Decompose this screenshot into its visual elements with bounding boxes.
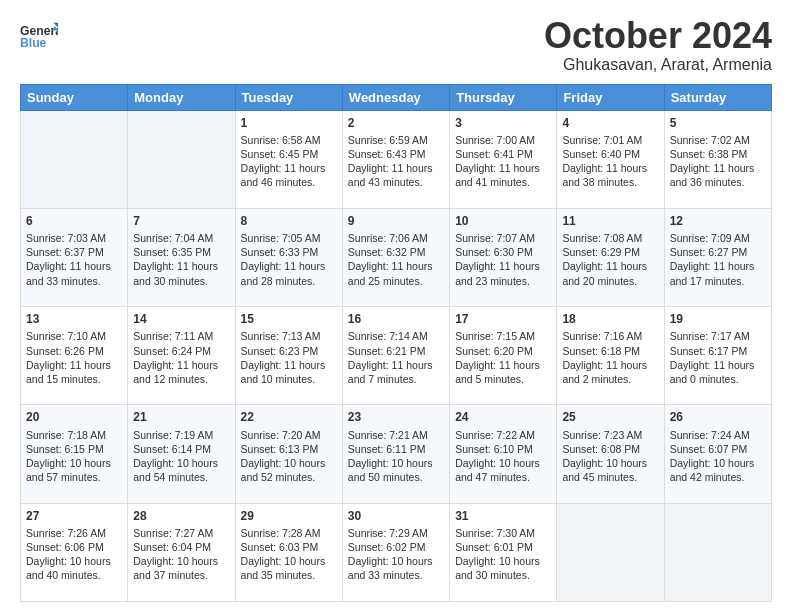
location-title: Ghukasavan, Ararat, Armenia [544, 56, 772, 74]
daylight-text: Daylight: 11 hours and 7 minutes. [348, 358, 444, 386]
calendar-cell: 6Sunrise: 7:03 AMSunset: 6:37 PMDaylight… [21, 208, 128, 306]
day-number: 15 [241, 311, 337, 327]
daylight-text: Daylight: 10 hours and 42 minutes. [670, 456, 766, 484]
calendar-cell: 15Sunrise: 7:13 AMSunset: 6:23 PMDayligh… [235, 307, 342, 405]
day-number: 11 [562, 213, 658, 229]
sunrise-text: Sunrise: 7:15 AM [455, 329, 551, 343]
calendar-cell: 18Sunrise: 7:16 AMSunset: 6:18 PMDayligh… [557, 307, 664, 405]
day-number: 2 [348, 115, 444, 131]
calendar-cell: 7Sunrise: 7:04 AMSunset: 6:35 PMDaylight… [128, 208, 235, 306]
sunset-text: Sunset: 6:02 PM [348, 540, 444, 554]
calendar-cell: 27Sunrise: 7:26 AMSunset: 6:06 PMDayligh… [21, 503, 128, 601]
calendar-cell: 9Sunrise: 7:06 AMSunset: 6:32 PMDaylight… [342, 208, 449, 306]
daylight-text: Daylight: 11 hours and 28 minutes. [241, 259, 337, 287]
calendar-header-row: SundayMondayTuesdayWednesdayThursdayFrid… [21, 84, 772, 110]
sunrise-text: Sunrise: 7:30 AM [455, 526, 551, 540]
calendar-cell: 11Sunrise: 7:08 AMSunset: 6:29 PMDayligh… [557, 208, 664, 306]
sunset-text: Sunset: 6:29 PM [562, 245, 658, 259]
sunset-text: Sunset: 6:32 PM [348, 245, 444, 259]
sunrise-text: Sunrise: 7:14 AM [348, 329, 444, 343]
sunrise-text: Sunrise: 7:05 AM [241, 231, 337, 245]
daylight-text: Daylight: 10 hours and 57 minutes. [26, 456, 122, 484]
daylight-text: Daylight: 11 hours and 5 minutes. [455, 358, 551, 386]
calendar-cell: 16Sunrise: 7:14 AMSunset: 6:21 PMDayligh… [342, 307, 449, 405]
sunrise-text: Sunrise: 7:04 AM [133, 231, 229, 245]
calendar-cell: 5Sunrise: 7:02 AMSunset: 6:38 PMDaylight… [664, 110, 771, 208]
calendar-week-row: 27Sunrise: 7:26 AMSunset: 6:06 PMDayligh… [21, 503, 772, 601]
sunrise-text: Sunrise: 7:16 AM [562, 329, 658, 343]
sunset-text: Sunset: 6:13 PM [241, 442, 337, 456]
calendar-table: SundayMondayTuesdayWednesdayThursdayFrid… [20, 84, 772, 602]
daylight-text: Daylight: 11 hours and 15 minutes. [26, 358, 122, 386]
day-number: 25 [562, 409, 658, 425]
day-number: 14 [133, 311, 229, 327]
sunrise-text: Sunrise: 6:59 AM [348, 133, 444, 147]
day-number: 4 [562, 115, 658, 131]
sunrise-text: Sunrise: 7:08 AM [562, 231, 658, 245]
sunrise-text: Sunrise: 7:01 AM [562, 133, 658, 147]
day-number: 13 [26, 311, 122, 327]
weekday-header: Wednesday [342, 84, 449, 110]
calendar-cell: 19Sunrise: 7:17 AMSunset: 6:17 PMDayligh… [664, 307, 771, 405]
day-number: 17 [455, 311, 551, 327]
calendar-week-row: 1Sunrise: 6:58 AMSunset: 6:45 PMDaylight… [21, 110, 772, 208]
daylight-text: Daylight: 11 hours and 23 minutes. [455, 259, 551, 287]
day-number: 6 [26, 213, 122, 229]
sunrise-text: Sunrise: 7:29 AM [348, 526, 444, 540]
daylight-text: Daylight: 10 hours and 47 minutes. [455, 456, 551, 484]
sunrise-text: Sunrise: 7:02 AM [670, 133, 766, 147]
sunrise-text: Sunrise: 7:10 AM [26, 329, 122, 343]
sunrise-text: Sunrise: 7:28 AM [241, 526, 337, 540]
sunset-text: Sunset: 6:27 PM [670, 245, 766, 259]
sunset-text: Sunset: 6:03 PM [241, 540, 337, 554]
day-number: 20 [26, 409, 122, 425]
sunrise-text: Sunrise: 7:22 AM [455, 428, 551, 442]
weekday-header: Sunday [21, 84, 128, 110]
calendar-cell [664, 503, 771, 601]
daylight-text: Daylight: 11 hours and 38 minutes. [562, 161, 658, 189]
day-number: 16 [348, 311, 444, 327]
calendar-cell: 20Sunrise: 7:18 AMSunset: 6:15 PMDayligh… [21, 405, 128, 503]
day-number: 19 [670, 311, 766, 327]
sunset-text: Sunset: 6:40 PM [562, 147, 658, 161]
day-number: 9 [348, 213, 444, 229]
calendar-cell: 1Sunrise: 6:58 AMSunset: 6:45 PMDaylight… [235, 110, 342, 208]
sunset-text: Sunset: 6:41 PM [455, 147, 551, 161]
sunset-text: Sunset: 6:18 PM [562, 344, 658, 358]
sunrise-text: Sunrise: 7:23 AM [562, 428, 658, 442]
calendar-cell [557, 503, 664, 601]
sunset-text: Sunset: 6:17 PM [670, 344, 766, 358]
calendar-cell: 25Sunrise: 7:23 AMSunset: 6:08 PMDayligh… [557, 405, 664, 503]
weekday-header: Tuesday [235, 84, 342, 110]
daylight-text: Daylight: 10 hours and 50 minutes. [348, 456, 444, 484]
sunset-text: Sunset: 6:23 PM [241, 344, 337, 358]
calendar-cell: 2Sunrise: 6:59 AMSunset: 6:43 PMDaylight… [342, 110, 449, 208]
daylight-text: Daylight: 11 hours and 12 minutes. [133, 358, 229, 386]
day-number: 8 [241, 213, 337, 229]
day-number: 29 [241, 508, 337, 524]
sunrise-text: Sunrise: 7:19 AM [133, 428, 229, 442]
sunset-text: Sunset: 6:08 PM [562, 442, 658, 456]
calendar-cell: 8Sunrise: 7:05 AMSunset: 6:33 PMDaylight… [235, 208, 342, 306]
sunset-text: Sunset: 6:15 PM [26, 442, 122, 456]
page: General Blue October 2024 Ghukasavan, Ar… [0, 0, 792, 612]
day-number: 3 [455, 115, 551, 131]
calendar-cell: 23Sunrise: 7:21 AMSunset: 6:11 PMDayligh… [342, 405, 449, 503]
sunset-text: Sunset: 6:24 PM [133, 344, 229, 358]
calendar-cell: 12Sunrise: 7:09 AMSunset: 6:27 PMDayligh… [664, 208, 771, 306]
day-number: 23 [348, 409, 444, 425]
sunrise-text: Sunrise: 7:18 AM [26, 428, 122, 442]
calendar-cell: 13Sunrise: 7:10 AMSunset: 6:26 PMDayligh… [21, 307, 128, 405]
daylight-text: Daylight: 11 hours and 41 minutes. [455, 161, 551, 189]
daylight-text: Daylight: 11 hours and 36 minutes. [670, 161, 766, 189]
sunset-text: Sunset: 6:38 PM [670, 147, 766, 161]
sunrise-text: Sunrise: 7:13 AM [241, 329, 337, 343]
daylight-text: Daylight: 11 hours and 17 minutes. [670, 259, 766, 287]
weekday-header: Monday [128, 84, 235, 110]
sunset-text: Sunset: 6:14 PM [133, 442, 229, 456]
sunset-text: Sunset: 6:35 PM [133, 245, 229, 259]
day-number: 22 [241, 409, 337, 425]
header: General Blue October 2024 Ghukasavan, Ar… [20, 16, 772, 74]
sunset-text: Sunset: 6:11 PM [348, 442, 444, 456]
daylight-text: Daylight: 10 hours and 33 minutes. [348, 554, 444, 582]
